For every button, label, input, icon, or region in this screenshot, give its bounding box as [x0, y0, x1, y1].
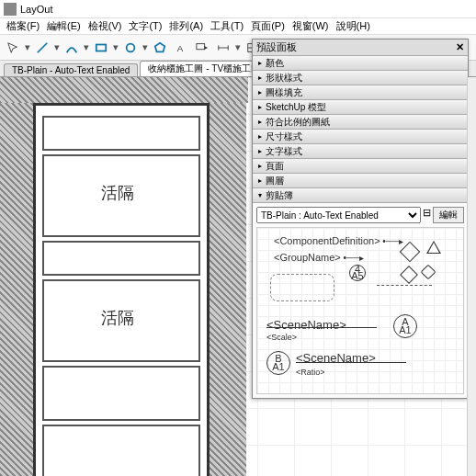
title-bar: LayOut: [0, 0, 476, 18]
tray-titlebar[interactable]: 預設面板 ✕: [253, 40, 468, 56]
shelf-6: [42, 425, 200, 476]
dim-dropdown[interactable]: ▾: [235, 39, 241, 57]
label-tool[interactable]: [193, 39, 211, 57]
shelf-5: [42, 366, 200, 421]
panel-dimension-style[interactable]: 尺寸樣式: [253, 130, 468, 144]
select-tool[interactable]: [4, 39, 22, 57]
svg-point-1: [127, 43, 135, 51]
panel-scaled-drawing[interactable]: 符合比例的圖紙: [253, 115, 468, 130]
tab-drawing[interactable]: 收納櫃施工圖 - TV櫃施工圖: [140, 61, 268, 76]
default-tray[interactable]: 預設面板 ✕ 顏色 形狀樣式 圖樣填充 SketchUp 模型 符合比例的圖紙 …: [252, 39, 469, 399]
hatch-right: [210, 103, 246, 476]
vertical-scrollbar[interactable]: [467, 77, 476, 476]
panel-colors[interactable]: 顏色: [253, 56, 468, 71]
scrapbook-collapse-icon[interactable]: ⊟: [423, 207, 431, 223]
scrap-badge-b[interactable]: BA1: [266, 351, 290, 375]
label-2: 活隔: [101, 307, 134, 329]
shelf-3: [42, 241, 200, 276]
menu-pages[interactable]: 頁面(P): [248, 19, 288, 33]
app-icon: [4, 3, 17, 16]
panel-text-style[interactable]: 文字樣式: [253, 144, 468, 159]
label-1: 活隔: [101, 182, 134, 204]
panel-layers[interactable]: 圖層: [253, 174, 468, 188]
rect-tool[interactable]: [92, 39, 110, 57]
app-title: LayOut: [20, 4, 52, 15]
scrap-ratio[interactable]: <Ratio>: [296, 368, 325, 377]
hatch-left: [0, 103, 33, 476]
menu-window[interactable]: 視窗(W): [289, 19, 332, 33]
select-dropdown[interactable]: ▾: [25, 39, 30, 57]
line-dropdown[interactable]: ▾: [54, 39, 60, 57]
line-tool[interactable]: [33, 39, 51, 57]
menu-text[interactable]: 文字(T): [126, 19, 164, 33]
scrap-badge-4a5[interactable]: 4A5: [349, 265, 366, 281]
scrap-hex2-icon[interactable]: [402, 268, 415, 283]
menu-view[interactable]: 檢視(V): [85, 19, 125, 33]
arc-tool[interactable]: [62, 39, 81, 57]
tray-close-icon[interactable]: ✕: [456, 41, 464, 53]
menu-edit[interactable]: 編輯(E): [44, 19, 84, 33]
scrapbook-body: TB-Plain : Auto-Text Enabled ⊟ 編輯 <Compo…: [253, 203, 468, 398]
scrap-hex-icon[interactable]: [402, 244, 417, 261]
scrap-badge-a[interactable]: AA1: [393, 314, 417, 338]
scrap-divider2: [296, 362, 406, 363]
panel-shape-style[interactable]: 形狀樣式: [253, 71, 468, 85]
panel-scrapbooks[interactable]: 剪貼簿: [253, 188, 468, 203]
scrap-scene1[interactable]: <SceneName>: [266, 318, 346, 332]
poly-tool[interactable]: [151, 39, 169, 57]
circle-dropdown[interactable]: ▾: [142, 39, 148, 57]
text-tool[interactable]: A: [172, 39, 190, 57]
menu-arrange[interactable]: 排列(A): [166, 19, 206, 33]
scrapbook-select[interactable]: TB-Plain : Auto-Text Enabled: [256, 207, 421, 223]
scrapbook-edit-button[interactable]: 編輯: [433, 207, 464, 223]
hatch-top: [0, 77, 248, 103]
shelf-1: [42, 116, 200, 151]
svg-rect-0: [96, 44, 107, 51]
panel-pages[interactable]: 頁面: [253, 159, 468, 174]
panel-sketchup-model[interactable]: SketchUp 模型: [253, 100, 468, 115]
scrapbook-canvas[interactable]: <ComponentDefinition> •──▸ <GroupName> •…: [256, 227, 464, 394]
svg-text:A: A: [177, 43, 184, 53]
panel-pattern-fill[interactable]: 圖樣填充: [253, 85, 468, 100]
scrap-divider1: [266, 327, 377, 328]
scrap-diamond-icon[interactable]: [423, 266, 434, 279]
tray-title-text: 預設面板: [256, 40, 297, 54]
scrap-revision-cloud[interactable]: [270, 274, 334, 301]
menu-help[interactable]: 說明(H): [334, 19, 373, 33]
scrap-triangle-icon[interactable]: [426, 241, 441, 252]
circle-tool[interactable]: [121, 39, 140, 57]
tab-tbplain[interactable]: TB-Plain - Auto-Text Enabled: [4, 63, 138, 76]
rect-dropdown[interactable]: ▾: [113, 39, 119, 57]
scrap-dashed-line[interactable]: [377, 285, 432, 286]
scrap-group[interactable]: <GroupName> •──▸: [274, 252, 364, 263]
dimension-tool[interactable]: [214, 39, 232, 57]
menu-tools[interactable]: 工具(T): [208, 19, 246, 33]
scrap-component[interactable]: <ComponentDefinition> •──▸: [274, 235, 403, 246]
menu-file[interactable]: 檔案(F): [4, 19, 42, 33]
svg-rect-3: [197, 43, 205, 49]
menu-bar[interactable]: 檔案(F) 編輯(E) 檢視(V) 文字(T) 排列(A) 工具(T) 頁面(P…: [0, 18, 476, 35]
scrap-scale[interactable]: <Scale>: [266, 333, 297, 342]
arc-dropdown[interactable]: ▾: [84, 39, 89, 57]
